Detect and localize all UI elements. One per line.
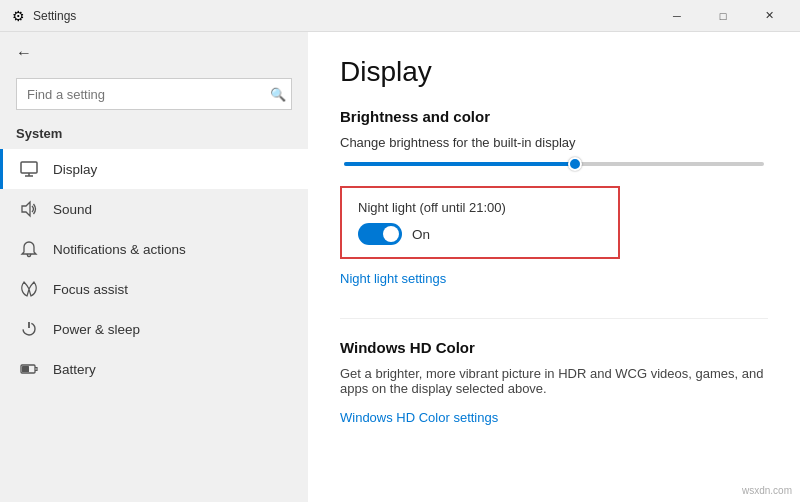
- back-button[interactable]: ←: [0, 32, 308, 74]
- svg-marker-3: [22, 202, 30, 216]
- sidebar-item-battery[interactable]: Battery: [0, 349, 308, 389]
- brightness-heading: Brightness and color: [340, 108, 768, 125]
- night-light-settings-link[interactable]: Night light settings: [340, 271, 446, 286]
- focus-icon: [19, 279, 39, 299]
- svg-rect-0: [21, 162, 37, 173]
- toggle-track: [358, 223, 402, 245]
- brightness-slider-container: [340, 162, 768, 166]
- sidebar-section-label: System: [0, 122, 308, 149]
- slider-track: [344, 162, 764, 166]
- sidebar-item-label-power: Power & sleep: [53, 322, 140, 337]
- search-input[interactable]: [16, 78, 292, 110]
- slider-fill: [344, 162, 575, 166]
- back-arrow-icon: ←: [16, 44, 32, 62]
- titlebar: ⚙ Settings ─ □ ✕: [0, 0, 800, 32]
- toggle-thumb: [383, 226, 399, 242]
- close-button[interactable]: ✕: [746, 0, 792, 32]
- display-icon: [19, 159, 39, 179]
- minimize-button[interactable]: ─: [654, 0, 700, 32]
- sidebar-item-label-battery: Battery: [53, 362, 96, 377]
- brightness-description: Change brightness for the built-in displ…: [340, 135, 768, 150]
- sidebar-item-focus[interactable]: Focus assist: [0, 269, 308, 309]
- hd-color-description: Get a brighter, more vibrant picture in …: [340, 366, 768, 396]
- search-container: 🔍: [16, 78, 292, 110]
- night-light-box: Night light (off until 21:00) On: [340, 186, 620, 259]
- sidebar-item-power[interactable]: Power & sleep: [0, 309, 308, 349]
- toggle-row: On: [358, 223, 602, 245]
- maximize-button[interactable]: □: [700, 0, 746, 32]
- settings-icon: ⚙: [12, 8, 25, 24]
- sidebar-item-label-sound: Sound: [53, 202, 92, 217]
- titlebar-title: Settings: [33, 9, 76, 23]
- watermark: wsxdn.com: [742, 485, 792, 496]
- sidebar-item-label-display: Display: [53, 162, 97, 177]
- sidebar-item-notifications[interactable]: Notifications & actions: [0, 229, 308, 269]
- titlebar-controls: ─ □ ✕: [654, 0, 792, 32]
- notifications-icon: [19, 239, 39, 259]
- content-area: Display Brightness and color Change brig…: [308, 32, 800, 502]
- search-icon[interactable]: 🔍: [270, 87, 286, 102]
- sidebar-item-label-focus: Focus assist: [53, 282, 128, 297]
- hd-color-settings-link[interactable]: Windows HD Color settings: [340, 410, 498, 425]
- night-light-label: Night light (off until 21:00): [358, 200, 602, 215]
- hd-color-heading: Windows HD Color: [340, 339, 768, 356]
- section-divider: [340, 318, 768, 319]
- power-icon: [19, 319, 39, 339]
- sidebar-item-display[interactable]: Display: [0, 149, 308, 189]
- titlebar-left: ⚙ Settings: [12, 8, 76, 24]
- battery-icon: [19, 359, 39, 379]
- app-body: ← 🔍 System Display: [0, 32, 800, 502]
- sound-icon: [19, 199, 39, 219]
- svg-rect-7: [22, 366, 29, 372]
- sidebar: ← 🔍 System Display: [0, 32, 308, 502]
- sidebar-item-sound[interactable]: Sound: [0, 189, 308, 229]
- sidebar-item-label-notifications: Notifications & actions: [53, 242, 186, 257]
- page-title: Display: [340, 56, 768, 88]
- slider-thumb: [568, 157, 582, 171]
- toggle-text: On: [412, 227, 430, 242]
- night-light-toggle[interactable]: [358, 223, 402, 245]
